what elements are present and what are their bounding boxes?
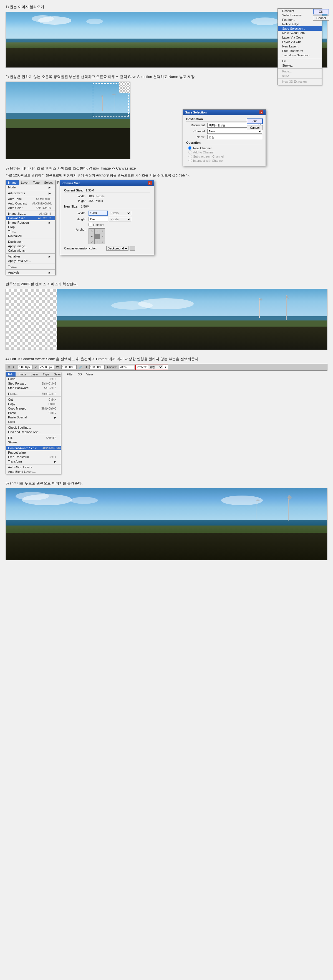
- edit-bar-layer[interactable]: Layer: [29, 372, 41, 377]
- menu-duplicate[interactable]: Duplicate...: [6, 239, 55, 244]
- protect-select-icon: ▼: [164, 366, 167, 369]
- edit-bar-3d[interactable]: 3D: [76, 372, 84, 377]
- menu-bar-select[interactable]: Select: [42, 180, 55, 185]
- edit-bar-edit[interactable]: Edit: [6, 372, 16, 377]
- edit-step-backward[interactable]: Step Backward Alt+Ctrl+Z: [6, 386, 61, 390]
- edit-paste[interactable]: Paste Ctrl+V: [6, 410, 61, 415]
- edit-stroke[interactable]: Stroke...: [6, 440, 61, 444]
- menu-image-rotation[interactable]: Image Rotation ▶: [6, 220, 55, 225]
- name-input[interactable]: [207, 135, 262, 139]
- anchor-bc[interactable]: ↓: [95, 239, 100, 244]
- radio-new-channel[interactable]: New Channel: [188, 146, 262, 150]
- extension-color-select[interactable]: Background: [106, 246, 129, 251]
- canvas-cancel-button[interactable]: Cancel: [313, 16, 329, 21]
- anchor-br[interactable]: ↘: [100, 239, 105, 244]
- ctx-refine-edge[interactable]: Refine Edge...: [278, 22, 322, 26]
- ctx-fill[interactable]: Fill...: [278, 59, 322, 63]
- new-height-input[interactable]: [89, 217, 108, 221]
- menu-variables[interactable]: Variables ▶: [6, 254, 55, 259]
- image-menu[interactable]: Image Layer Type Select Filter 3D View M…: [6, 180, 56, 275]
- edit-copy[interactable]: Copy Ctrl+C: [6, 402, 61, 406]
- menu-apply-image[interactable]: Apply Image...: [6, 244, 55, 248]
- menu-auto-tone[interactable]: Auto Tone Shift+Ctrl+L: [6, 197, 55, 201]
- edit-menu[interactable]: Edit Image Layer Type Select Filter 3D V…: [6, 372, 61, 474]
- menu-mode[interactable]: Mode ▶: [6, 185, 55, 189]
- edit-content-aware-scale[interactable]: Content-Aware Scale Alt+Shift+Ctrl+C: [6, 446, 61, 450]
- anchor-tr[interactable]: ↗: [100, 229, 105, 234]
- step-3-result-text: 왼쪽으로 200픽셀 캔버스 사이즈가 확장된다.: [6, 282, 327, 286]
- edit-find-replace[interactable]: Find and Replace Text...: [6, 430, 61, 434]
- toolbar-y-input[interactable]: [39, 365, 54, 369]
- ctx-stroke[interactable]: Stroke...: [278, 63, 322, 68]
- step-3-desc: 가로 1200픽셀로 변경하여 왼쪽으로만 확장하기 위해 중심의 Anchor…: [6, 173, 327, 178]
- anchor-tl[interactable]: ↖: [89, 229, 94, 234]
- edit-puppet-warp[interactable]: Puppet Warp: [6, 450, 61, 455]
- relative-checkbox[interactable]: [89, 223, 92, 226]
- anchor-mr[interactable]: →: [100, 234, 105, 239]
- canvas-ok-button[interactable]: OK: [313, 9, 329, 14]
- ctx-make-work-path[interactable]: Make Work Path...: [278, 31, 322, 35]
- ctx-new-layer[interactable]: New Layer...: [278, 44, 322, 49]
- menu-bar-type[interactable]: Type: [31, 180, 42, 185]
- edit-undo[interactable]: Undo Ctrl+Z: [6, 377, 61, 381]
- edit-cut[interactable]: Cut Ctrl+X: [6, 397, 61, 402]
- toolbar-h-input[interactable]: [89, 365, 105, 369]
- edit-free-transform[interactable]: Free Transform Ctrl+T: [6, 455, 61, 459]
- edit-copy-merged[interactable]: Copy Merged Shift+Ctrl+C: [6, 406, 61, 410]
- edit-check-spelling[interactable]: Check Spelling...: [6, 425, 61, 430]
- anchor-grid[interactable]: ↖ ↑ ↗ ← → ↙ ↓ ↘: [89, 228, 105, 244]
- protect-select[interactable]: 고릴: [148, 365, 163, 369]
- exp-wm1-blade: ✳: [285, 294, 290, 301]
- edit-bar-filter[interactable]: Filter: [65, 372, 76, 377]
- edit-bar-image[interactable]: Image: [16, 372, 29, 377]
- extension-color-swatch[interactable]: [130, 246, 135, 251]
- edit-bar-select[interactable]: Select: [52, 372, 65, 377]
- edit-fill[interactable]: Fill... Shift+F5: [6, 436, 61, 440]
- edit-bar-type[interactable]: Type: [40, 372, 52, 377]
- ctx-transform-selection[interactable]: Transform Selection: [278, 53, 322, 57]
- menu-canvas-size[interactable]: Canvas Size... Alt+Ctrl+C: [6, 216, 55, 220]
- menu-auto-contrast[interactable]: Auto Contrast Alt+Shift+Ctrl+L: [6, 201, 55, 205]
- menu-adjustments[interactable]: Adjustments ▶: [6, 191, 55, 195]
- menu-calculations[interactable]: Calculations...: [6, 248, 55, 253]
- new-width-unit-select[interactable]: Pixels: [109, 211, 131, 215]
- menu-image-size[interactable]: Image Size... Alt+Ctrl+I: [6, 212, 55, 216]
- ctx-free-transform[interactable]: Free Transform: [278, 49, 322, 53]
- menu-crop[interactable]: Crop: [6, 225, 55, 229]
- edit-fade[interactable]: Fade... Shift+Ctrl+F: [6, 391, 61, 396]
- cancel-button[interactable]: Cancel: [247, 125, 263, 130]
- toolbar-w-input[interactable]: [61, 365, 76, 369]
- edit-step-forward[interactable]: Step Forward Shift+Ctrl+Z: [6, 381, 61, 386]
- menu-bar-layer[interactable]: Layer: [19, 180, 31, 185]
- canvas-close-button[interactable]: ×: [148, 181, 152, 185]
- toolbar-x-input[interactable]: [17, 365, 32, 369]
- edit-paste-special[interactable]: Paste Special ▶: [6, 415, 61, 420]
- edit-auto-blend[interactable]: Auto-Blend Layers...: [6, 469, 61, 474]
- toolbar-amount-input[interactable]: [119, 365, 134, 369]
- relative-row[interactable]: Relative: [64, 223, 150, 226]
- step2-photo: ✳ ✳: [6, 81, 131, 159]
- menu-auto-color[interactable]: Auto Color Shift+Ctrl+B: [6, 205, 55, 210]
- menu-analysis[interactable]: Analysis ▶: [6, 270, 55, 275]
- dialog-close-button[interactable]: ×: [260, 110, 263, 114]
- ok-button[interactable]: OK: [247, 118, 263, 124]
- ctx-layer-via-copy[interactable]: Layer Via Copy: [278, 35, 322, 40]
- menu-reveal-all[interactable]: Reveal All: [6, 234, 55, 238]
- anchor-bl[interactable]: ↙: [89, 239, 94, 244]
- ctx-new-3d[interactable]: [278, 84, 322, 85]
- edit-auto-align[interactable]: Auto-Align Layers...: [6, 465, 61, 469]
- edit-transform[interactable]: Transform ▶: [6, 459, 61, 464]
- menu-bar-image[interactable]: Image: [6, 180, 19, 185]
- anchor-tc[interactable]: ↑: [95, 229, 100, 234]
- ctx-layer-via-cut[interactable]: Layer Via Cut: [278, 40, 322, 44]
- anchor-mc[interactable]: [95, 234, 100, 239]
- edit-clear[interactable]: Clear: [6, 420, 61, 424]
- new-width-input[interactable]: [89, 211, 108, 216]
- ctx-save-selection[interactable]: Save Selection...: [278, 26, 322, 31]
- menu-trim[interactable]: Trim...: [6, 229, 55, 234]
- new-height-unit-select[interactable]: Pixels: [109, 217, 131, 221]
- menu-trap[interactable]: Trap...: [6, 264, 55, 269]
- anchor-ml[interactable]: ←: [89, 234, 94, 239]
- edit-bar-view[interactable]: View: [84, 372, 95, 377]
- menu-apply-data-set[interactable]: Apply Data Set...: [6, 259, 55, 263]
